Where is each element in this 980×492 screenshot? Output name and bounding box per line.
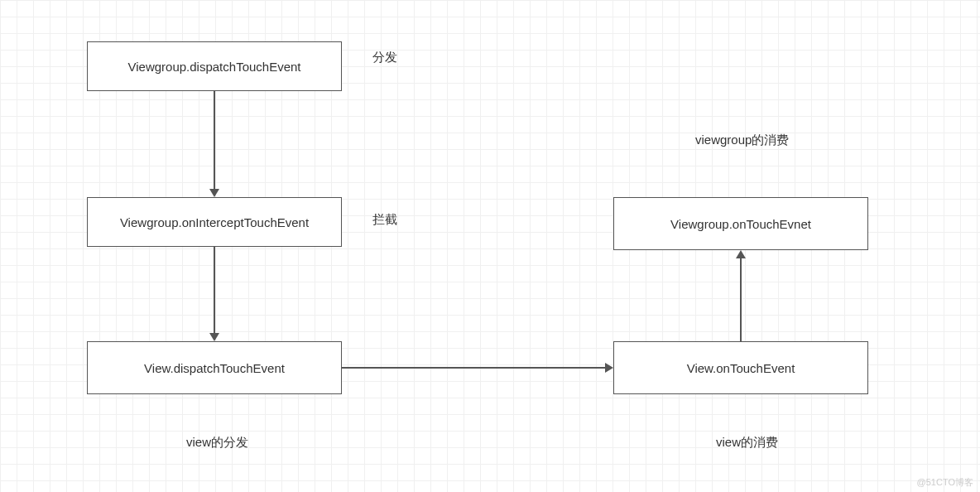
node-intercept-vg: Viewgroup.onInterceptTouchEvent	[87, 197, 342, 247]
node-touch-vg: Viewgroup.onTouchEvnet	[613, 197, 868, 250]
node-touch-vg-text: Viewgroup.onTouchEvnet	[670, 217, 811, 231]
node-dispatch-vg: Viewgroup.dispatchTouchEvent	[87, 41, 342, 91]
node-touch-view-text: View.onTouchEvent	[687, 361, 795, 375]
node-dispatch-view: View.dispatchTouchEvent	[87, 341, 342, 394]
arrow-4-line	[740, 257, 742, 341]
arrow-1-line	[214, 91, 215, 191]
arrow-2-head	[209, 333, 219, 341]
node-intercept-vg-text: Viewgroup.onInterceptTouchEvent	[120, 215, 309, 229]
label-dispatch: 分发	[372, 50, 397, 65]
label-intercept: 拦截	[372, 212, 397, 228]
node-dispatch-vg-text: Viewgroup.dispatchTouchEvent	[127, 60, 300, 74]
node-touch-view: View.onTouchEvent	[613, 341, 868, 394]
watermark: @51CTO博客	[917, 476, 973, 489]
arrow-4-head	[736, 250, 746, 258]
arrow-1-head	[209, 189, 219, 197]
arrow-3-line	[342, 367, 607, 369]
node-dispatch-view-text: View.dispatchTouchEvent	[144, 361, 285, 375]
label-view-consume: view的消费	[716, 435, 778, 451]
arrow-3-head	[605, 363, 613, 373]
label-view-dispatch: view的分发	[186, 435, 248, 451]
arrow-2-line	[214, 247, 215, 335]
label-vg-consume: viewgroup的消费	[695, 133, 789, 148]
